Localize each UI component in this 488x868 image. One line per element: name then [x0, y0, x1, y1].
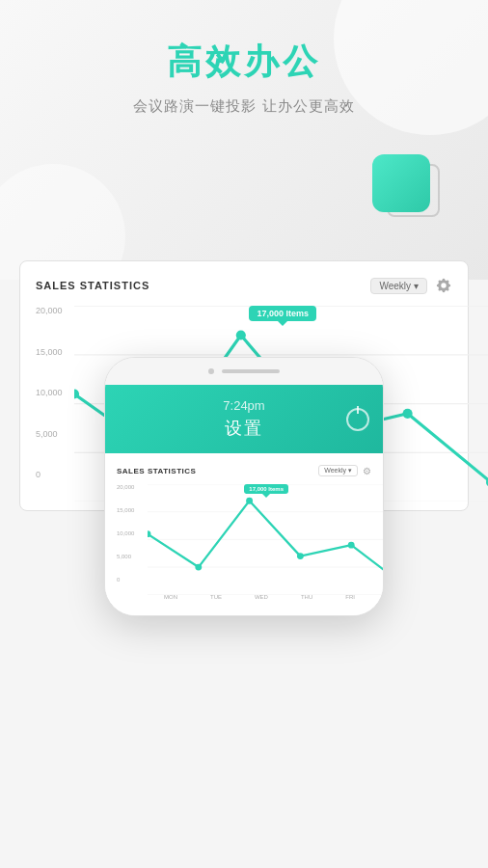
phone-notch-line [222, 369, 280, 373]
phone-chart-controls: Weekly ▾ ⚙ [318, 465, 371, 476]
main-title: 高效办公 [19, 39, 469, 86]
decoration-squares [372, 154, 430, 212]
svg-point-20 [348, 542, 355, 549]
phone-y-axis: 20,000 15,000 10,000 5,000 0 [117, 484, 134, 583]
phone-time: 7:24pm [121, 398, 367, 413]
filled-square [372, 154, 430, 212]
phone-weekly-button[interactable]: Weekly ▾ [318, 465, 358, 476]
power-icon[interactable] [346, 408, 369, 431]
phone-settings-label: 设置 [121, 417, 367, 440]
phone-chart-tooltip: 17,000 Items [244, 484, 288, 494]
svg-point-19 [297, 553, 304, 559]
phone-chart-title: SALES STATISTICS [117, 467, 196, 475]
phone-header: 7:24pm 设置 [105, 385, 383, 453]
phone-chart-svg-container: 17,000 Items [148, 484, 384, 599]
phone-mockup-wrapper: 7:24pm 设置 SALES STATISTICS Weekly ▾ ⚙ [0, 357, 488, 616]
x-axis-labels: MON TUE WED THU FRI [148, 594, 371, 600]
phone-chart-header: SALES STATISTICS Weekly ▾ ⚙ [117, 465, 371, 476]
phone-chart-area: 20,000 15,000 10,000 5,000 0 17,000 Item… [117, 484, 371, 600]
weekly-button[interactable]: Weekly ▾ [370, 278, 427, 294]
phone-notch [105, 358, 383, 385]
svg-point-18 [246, 498, 253, 504]
gear-icon[interactable] [435, 277, 452, 294]
phone-chart-section: SALES STATISTICS Weekly ▾ ⚙ 20,000 15,00… [105, 453, 383, 615]
sub-title: 会议路演一键投影 让办公更高效 [19, 97, 469, 116]
chart-title: SALES STATISTICS [36, 280, 149, 291]
phone-mockup: 7:24pm 设置 SALES STATISTICS Weekly ▾ ⚙ [104, 357, 384, 616]
phone-gear-icon[interactable]: ⚙ [363, 466, 371, 476]
svg-point-17 [195, 564, 202, 571]
hero-section: 高效办公 会议路演一键投影 让办公更高效 [0, 0, 488, 280]
chart-tooltip: 17,000 Items [249, 306, 316, 321]
chart-controls: Weekly ▾ [370, 277, 452, 294]
phone-notch-dot [208, 368, 214, 374]
svg-point-7 [236, 330, 246, 339]
